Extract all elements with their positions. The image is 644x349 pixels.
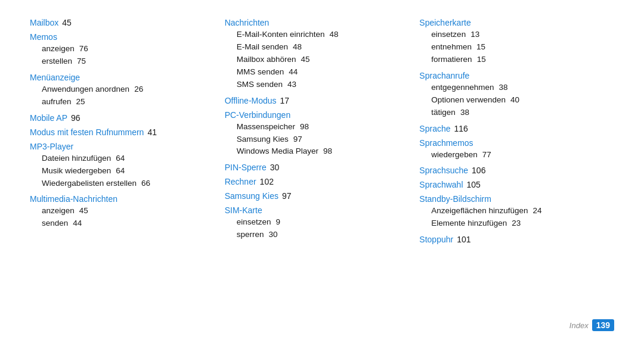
sub-page: 44 <box>289 66 298 79</box>
sub-page: 44 <box>73 217 82 230</box>
entry-block: MenüanzeigeAnwendungen anordnen26aufrufe… <box>30 73 213 108</box>
sub-page: 30 <box>268 229 277 241</box>
sub-entries: wiedergeben77 <box>419 149 602 161</box>
sub-label: entnehmen <box>431 41 472 54</box>
entry-block: Rechner102 <box>225 177 408 186</box>
entry-label[interactable]: Offline-Modus17 <box>225 96 289 105</box>
sub-page: 77 <box>482 149 491 161</box>
footer: Index 139 <box>30 314 614 331</box>
sub-entry: E-Mail-Konten einrichten48 <box>237 29 408 41</box>
sub-entry: Dateien hinzufügen64 <box>42 152 213 165</box>
entry-label[interactable]: Samsung Kies97 <box>225 191 292 201</box>
sub-entry: anzeigen76 <box>42 43 213 55</box>
sub-entry: Windows Media Player98 <box>237 145 408 158</box>
entry-page: 97 <box>282 191 292 201</box>
sub-label: tätigen <box>431 107 456 119</box>
entry-label[interactable]: Nachrichten <box>225 18 270 27</box>
sub-label: Optionen verwenden <box>431 94 506 107</box>
sub-page: 45 <box>79 205 88 217</box>
entry-header: Sprachsuche106 <box>419 166 602 175</box>
entry-header: Rechner102 <box>225 177 408 186</box>
entry-header: Mailbox45 <box>30 18 213 27</box>
entry-block: Standby-BildschirmAnzeigeflächen hinzufü… <box>419 194 602 230</box>
entry-header: Sprache116 <box>419 124 602 133</box>
entry-header: SIM-Karte <box>225 205 408 215</box>
sub-entry: Elemente hinzufügen23 <box>431 217 602 230</box>
sub-label: anzeigen <box>42 205 75 217</box>
entry-label[interactable]: Standby-Bildschirm <box>419 194 491 204</box>
sub-label: einsetzen <box>237 216 271 229</box>
entry-page: 102 <box>260 177 274 186</box>
sub-page: 97 <box>293 133 302 146</box>
entry-label[interactable]: Sprache116 <box>419 124 468 133</box>
sub-entries: Massenspeicher98Samsung Kies97Windows Me… <box>225 121 408 158</box>
entry-label[interactable]: MP3-Player <box>30 142 73 151</box>
sub-label: Massenspeicher <box>237 121 295 133</box>
entry-label[interactable]: Sprachmemos <box>419 138 473 148</box>
entry-label[interactable]: Sprachwahl105 <box>419 180 481 189</box>
sub-page: 9 <box>275 216 280 229</box>
entry-header: Offline-Modus17 <box>225 96 408 105</box>
sub-entries: anzeigen76erstellen75 <box>30 43 213 68</box>
sub-entry: einsetzen9 <box>237 216 408 229</box>
entry-header: Speicherkarte <box>419 18 602 27</box>
entry-label[interactable]: SIM-Karte <box>225 205 262 215</box>
sub-page: 98 <box>323 145 332 158</box>
entry-header: Samsung Kies97 <box>225 191 408 201</box>
sub-entry: aufrufen25 <box>42 96 213 108</box>
entry-header: Stoppuhr101 <box>419 235 602 244</box>
entry-block: PC-VerbindungenMassenspeicher98Samsung K… <box>225 110 408 158</box>
sub-label: formatieren <box>431 54 472 66</box>
entry-page: 30 <box>270 163 280 172</box>
entry-label[interactable]: Speicherkarte <box>419 18 470 27</box>
sub-page: 13 <box>470 29 479 41</box>
entry-label[interactable]: Multimedia-Nachrichten <box>30 194 117 204</box>
sub-page: 38 <box>499 82 507 94</box>
entry-block: Stoppuhr101 <box>419 235 602 244</box>
entry-label[interactable]: Mailbox45 <box>30 18 72 27</box>
sub-page: 76 <box>79 43 88 55</box>
sub-page: 66 <box>141 177 150 190</box>
entry-page: 101 <box>457 235 470 244</box>
entry-label[interactable]: Mobile AP96 <box>30 113 80 123</box>
entry-label[interactable]: Sprachsuche106 <box>419 166 485 175</box>
page: Mailbox45Memosanzeigen76erstellen75Menüa… <box>0 0 644 349</box>
sub-page: 15 <box>476 41 485 54</box>
sub-label: MMS senden <box>237 66 284 79</box>
entry-block: PIN-Sperre30 <box>225 163 408 172</box>
entry-label[interactable]: Memos <box>30 32 57 42</box>
sub-page: 23 <box>512 217 521 230</box>
sub-page: 25 <box>76 96 85 108</box>
sub-label: E-Mail-Konten einrichten <box>237 29 325 41</box>
sub-entries: einsetzen13entnehmen15formatieren15 <box>419 29 602 66</box>
column-1: Mailbox45Memosanzeigen76erstellen75Menüa… <box>30 18 225 314</box>
column-2: NachrichtenE-Mail-Konten einrichten48E-M… <box>225 18 420 314</box>
entry-block: Sprachmemoswiedergeben77 <box>419 138 602 161</box>
entry-label[interactable]: Menüanzeige <box>30 73 80 82</box>
entry-block: Sprachwahl105 <box>419 180 602 189</box>
sub-page: 45 <box>301 54 310 66</box>
entry-header: Memos <box>30 32 213 42</box>
sub-entries: Dateien hinzufügen64Musik wiedergeben64W… <box>30 152 213 190</box>
entry-label[interactable]: Modus mit festen Rufnummern41 <box>30 127 157 137</box>
entry-label[interactable]: PC-Verbindungen <box>225 110 291 120</box>
entry-page: 105 <box>467 180 481 189</box>
sub-entry: Anzeigeflächen hinzufügen24 <box>431 205 602 217</box>
entry-label[interactable]: Rechner102 <box>225 177 274 186</box>
sub-entry: Samsung Kies97 <box>237 133 408 146</box>
entry-label[interactable]: PIN-Sperre30 <box>225 163 280 172</box>
entry-block: Samsung Kies97 <box>225 191 408 201</box>
entry-block: Sprachsuche106 <box>419 166 602 175</box>
sub-entry: senden44 <box>42 217 213 230</box>
entry-block: SIM-Karteeinsetzen9sperren30 <box>225 205 408 241</box>
sub-entry: SMS senden43 <box>237 79 408 91</box>
entry-block: Mobile AP96 <box>30 113 213 123</box>
sub-entry: Optionen verwenden40 <box>431 94 602 107</box>
entry-label[interactable]: Sprachanrufe <box>419 71 469 80</box>
entry-label[interactable]: Stoppuhr101 <box>419 235 470 244</box>
sub-label: Elemente hinzufügen <box>431 217 507 230</box>
entry-block: Offline-Modus17 <box>225 96 408 105</box>
sub-label: Wiedergabelisten erstellen <box>42 177 137 190</box>
sub-entries: Anzeigeflächen hinzufügen24Elemente hinz… <box>419 205 602 230</box>
sub-entry: einsetzen13 <box>431 29 602 41</box>
